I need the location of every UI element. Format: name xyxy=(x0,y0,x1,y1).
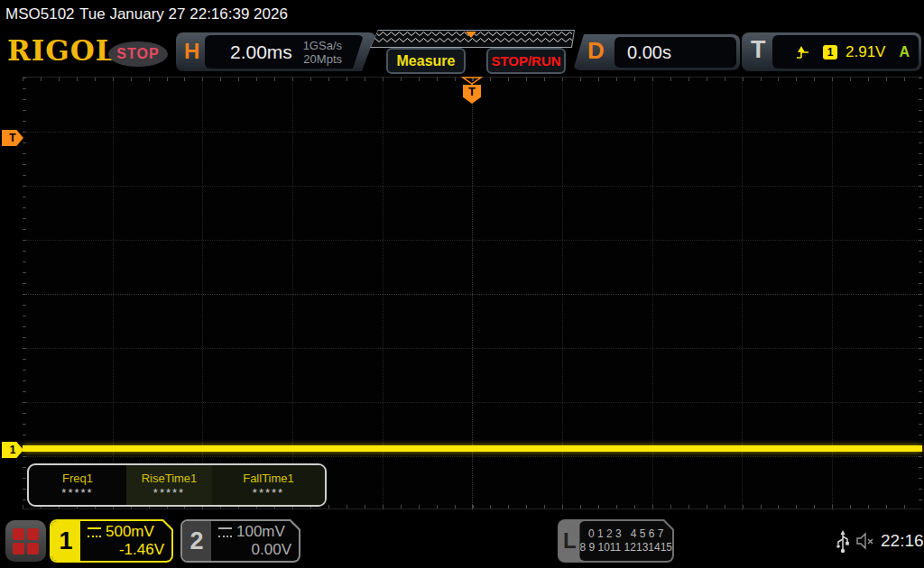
trigger-source-badge: 1 xyxy=(823,45,837,60)
digital-row1: 0 1 2 3 4 5 6 7 xyxy=(588,527,663,541)
usb-icon xyxy=(836,528,850,554)
grid-line xyxy=(23,402,922,403)
channel1-position-marker[interactable]: 1 xyxy=(2,442,23,458)
measurement-freq[interactable]: Freq1 ***** xyxy=(29,465,126,505)
stop-run-button-label: STOP/RUN xyxy=(491,53,560,69)
grid-line xyxy=(23,348,922,349)
grid-center-horizontal xyxy=(23,294,922,295)
channel1-marker-label: 1 xyxy=(10,444,16,456)
trigger-panel[interactable]: T 1 2.91V A xyxy=(742,32,921,71)
speaker-muted-icon[interactable] xyxy=(855,532,879,550)
channel2-scale: 100mV xyxy=(236,523,285,541)
channel2-box[interactable]: 2 100mV 0.00V xyxy=(180,519,300,563)
digital-channels-box[interactable]: L 0 1 2 3 4 5 6 7 8 9 1011 12131415 xyxy=(558,519,674,563)
display-menu-button[interactable] xyxy=(5,520,46,562)
measurement-label: Freq1 xyxy=(62,472,93,485)
digital-row2: 8 9 1011 12131415 xyxy=(579,541,672,554)
timebase-value: 2.00ms xyxy=(230,41,303,63)
digital-channels-list: 0 1 2 3 4 5 6 7 8 9 1011 12131415 xyxy=(579,521,672,561)
grid-line xyxy=(23,456,922,457)
grid-line xyxy=(23,240,922,241)
trigger-label: T xyxy=(751,36,766,64)
horizontal-panel[interactable]: H 2.00ms 1GSa/s 20Mpts xyxy=(176,32,376,71)
trigger-level-value: 2.91V xyxy=(845,43,899,61)
channel2-values: 100mV 0.00V xyxy=(211,521,299,561)
measurement-value: ***** xyxy=(253,486,284,499)
measurement-panel: Freq1 ***** RiseTime1 ***** FallTime1 **… xyxy=(27,463,327,507)
rising-edge-icon xyxy=(794,44,810,60)
measure-button[interactable]: Measure xyxy=(386,48,466,74)
stop-run-button[interactable]: STOP/RUN xyxy=(486,48,566,74)
horizontal-label: H xyxy=(184,39,199,64)
channel1-values: 500mV -1.46V xyxy=(80,521,171,561)
run-state-label: STOP xyxy=(116,46,159,62)
trigger-level-label: T xyxy=(9,132,15,144)
channel1-box[interactable]: 1 500mV -1.46V xyxy=(50,519,173,563)
dc-coupling-icon xyxy=(218,527,232,537)
measurement-value: ***** xyxy=(61,486,93,499)
trigger-position-label: T xyxy=(468,85,476,98)
digital-channels-label: L xyxy=(559,521,579,561)
waveform-overview-inner xyxy=(371,31,574,47)
run-state-badge: STOP xyxy=(108,41,168,67)
trigger-position-triangle-icon[interactable] xyxy=(461,77,483,85)
measurement-value: ***** xyxy=(153,486,185,499)
trigger-inner: 1 2.91V A xyxy=(772,35,919,69)
channel2-number: 2 xyxy=(182,521,211,561)
graticule xyxy=(23,77,922,509)
rigol-logo: RIGOL xyxy=(7,34,116,67)
trigger-level-marker[interactable]: T xyxy=(2,130,23,146)
four-squares-icon xyxy=(13,528,39,554)
memory-depth: 20Mpts xyxy=(303,52,342,66)
channel1-inner: 1 500mV -1.46V xyxy=(51,521,171,561)
grid-line xyxy=(23,132,922,133)
waveform-overview-bar[interactable] xyxy=(370,30,575,48)
measurement-label: RiseTime1 xyxy=(142,472,198,485)
channel2-offset: 0.00V xyxy=(218,541,291,559)
channel1-scale: 500mV xyxy=(106,523,154,541)
clock: 22:16 xyxy=(881,531,924,551)
sample-rate: 1GSa/s xyxy=(303,39,342,52)
horizontal-inner: 2.00ms 1GSa/s 20Mpts xyxy=(205,35,364,69)
dc-coupling-icon xyxy=(88,527,101,537)
trigger-sweep-mode: A xyxy=(899,44,910,60)
oscilloscope-screen: MSO5102 Tue January 27 22:16:39 2026 RIG… xyxy=(0,0,924,568)
delay-panel[interactable]: D 0.00s xyxy=(573,34,740,70)
channel1-waveform-trace xyxy=(23,445,922,452)
delay-label: D xyxy=(587,37,605,65)
measure-button-label: Measure xyxy=(397,53,456,69)
delay-value: 0.00s xyxy=(627,42,671,63)
grid-line xyxy=(23,186,922,187)
sample-rate-info: 1GSa/s 20Mpts xyxy=(303,39,342,66)
channel1-number: 1 xyxy=(51,521,80,561)
model-name: MSO5102 xyxy=(5,5,75,23)
measurement-falltime[interactable]: FallTime1 ***** xyxy=(212,465,325,505)
delay-inner: 0.00s xyxy=(614,37,736,68)
measurement-risetime[interactable]: RiseTime1 ***** xyxy=(126,465,212,505)
date-time: Tue January 27 22:16:39 2026 xyxy=(79,5,288,23)
measurement-label: FallTime1 xyxy=(243,472,294,485)
overview-waveform-icon xyxy=(371,31,574,47)
channel2-inner: 2 100mV 0.00V xyxy=(182,521,299,561)
channel1-offset: -1.46V xyxy=(88,541,164,559)
status-bar: MSO5102 Tue January 27 22:16:39 2026 xyxy=(0,0,924,27)
